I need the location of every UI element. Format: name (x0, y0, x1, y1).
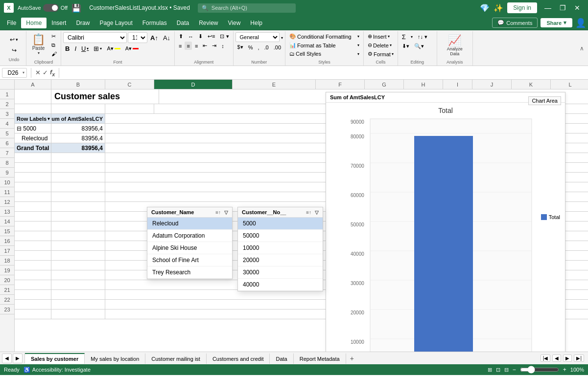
paste-button[interactable]: 📋 Paste ▾ (28, 32, 48, 57)
cell-B22[interactable] (51, 300, 105, 310)
menu-pagelayout[interactable]: Page Layout (94, 18, 137, 28)
dropdown-item-5000[interactable]: 5000 (238, 218, 323, 230)
wrap-text-button[interactable]: ↩≡ (206, 32, 217, 41)
cell-B4[interactable]: 83956,4 (51, 124, 105, 133)
cell-A22[interactable] (15, 300, 51, 310)
row-num-8[interactable]: 8 (0, 158, 14, 168)
menu-draw[interactable]: Draw (71, 18, 94, 28)
cell-A13[interactable] (15, 212, 51, 221)
align-left-button[interactable]: ≡ (177, 42, 184, 50)
align-center-button[interactable]: ≡ (185, 42, 191, 50)
view-layout-icon[interactable]: ⊡ (496, 367, 500, 373)
menu-insert[interactable]: Insert (47, 18, 71, 28)
format-as-table-button[interactable]: 📊 Format as Table ▾ (287, 41, 361, 49)
col-header-D[interactable]: D (154, 80, 233, 89)
bar-relecloud[interactable] (414, 136, 473, 352)
cell-A23[interactable] (15, 310, 51, 319)
cell-A18[interactable] (15, 261, 51, 270)
row-num-15[interactable]: 15 (0, 226, 14, 236)
decrease-decimal-button[interactable]: .0 (262, 44, 271, 51)
row-labels-filter-icon[interactable]: ▾ (47, 116, 50, 121)
increase-font-button[interactable]: A↑ (148, 33, 160, 43)
cell-A1[interactable] (15, 89, 51, 104)
tab-report-metadata[interactable]: Report Metadata (294, 353, 346, 364)
magic-icon[interactable]: ✨ (494, 3, 503, 13)
align-bottom-button[interactable]: ⬇ (196, 32, 205, 41)
save-icon[interactable]: 💾 (71, 3, 81, 13)
cell-B10[interactable] (51, 182, 105, 192)
cell-C2[interactable] (105, 104, 154, 114)
number-format-select[interactable]: General (235, 32, 280, 42)
col-header-J[interactable]: J (472, 80, 512, 89)
analyze-data-button[interactable]: 📈 Analyze Data (439, 33, 470, 58)
indent-decrease-button[interactable]: ⇤ (201, 42, 209, 50)
row-num-12[interactable]: 12 (0, 197, 14, 207)
cell-B8[interactable] (51, 163, 105, 173)
cell-B15[interactable] (51, 231, 105, 241)
formula-input[interactable] (63, 68, 586, 77)
row-num-3[interactable]: 3 (0, 109, 14, 119)
zoom-out-icon[interactable]: − (513, 366, 516, 373)
text-direction-button[interactable]: ↕ (219, 42, 226, 50)
increase-decimal-button[interactable]: .00 (272, 44, 283, 51)
col-header-H[interactable]: H (404, 80, 443, 89)
copy-button[interactable]: ⧉ (49, 41, 59, 49)
diamond-icon[interactable]: 💎 (480, 3, 490, 13)
percent-button[interactable]: % (246, 44, 255, 51)
insert-function-icon[interactable]: fx (50, 68, 55, 77)
close-button[interactable]: ✕ (570, 1, 584, 15)
cell-A3-header[interactable]: Row Labels ▾ (15, 114, 51, 124)
row-num-13[interactable]: 13 (0, 207, 14, 217)
row-num-2[interactable]: 2 (0, 99, 14, 109)
row-num-18[interactable]: 18 (0, 256, 14, 265)
search-box[interactable]: 🔍 Search (Alt+Q) (198, 3, 296, 13)
cancel-formula-icon[interactable]: ✕ (35, 69, 41, 76)
cell-B12[interactable] (51, 202, 105, 212)
decrease-font-button[interactable]: A↓ (161, 33, 172, 43)
delete-cells-button[interactable]: ⊖ Delete ▾ (366, 41, 394, 49)
tab-customer-mailing[interactable]: Customer mailing ist (145, 353, 207, 364)
tab-scroll-right[interactable]: ▶ (13, 354, 23, 363)
find-replace-button[interactable]: 🔍▾ (412, 42, 426, 50)
col-header-B[interactable]: B (51, 80, 105, 89)
cell-A10[interactable] (15, 182, 51, 192)
cell-B18[interactable] (51, 261, 105, 270)
italic-button[interactable]: I (72, 44, 78, 53)
comma-button[interactable]: , (256, 44, 261, 51)
dropdown-item-trey[interactable]: Trey Research (147, 266, 232, 279)
dropdown-item-alpine[interactable]: Alpine Ski House (147, 242, 232, 254)
zoom-in-icon[interactable]: + (563, 366, 566, 373)
cell-A9[interactable] (15, 173, 51, 182)
tab-scroll-far-right[interactable]: ▶| (574, 354, 584, 362)
tab-sales-by-customer[interactable]: Sales by customer (25, 353, 85, 364)
row-num-10[interactable]: 10 (0, 177, 14, 187)
bold-button[interactable]: B (63, 44, 71, 53)
add-sheet-button[interactable]: + (346, 353, 358, 364)
cell-B11[interactable] (51, 192, 105, 202)
col-header-G[interactable]: G (365, 80, 404, 89)
cell-B20[interactable] (51, 280, 105, 290)
menu-help[interactable]: Help (245, 18, 267, 28)
cell-A19[interactable] (15, 270, 51, 280)
cell-B14[interactable] (51, 221, 105, 231)
tab-customers-credit[interactable]: Customers and credit (207, 353, 270, 364)
row-num-16[interactable]: 16 (0, 236, 14, 246)
underline-button[interactable]: U ▾ (79, 44, 91, 53)
font-color-button[interactable]: A▾ (123, 44, 141, 53)
format-cells-button[interactable]: ⚙ Format ▾ (366, 50, 396, 58)
redo-button[interactable]: ↪ (9, 45, 19, 55)
cell-A5[interactable]: Relecloud (15, 133, 51, 143)
row-num-17[interactable]: 17 (0, 246, 14, 256)
undo-button[interactable]: ↩ ▾ (7, 35, 21, 44)
share-button[interactable]: Share ▾ (541, 18, 572, 27)
col-header-K[interactable]: K (512, 80, 551, 89)
cell-B13[interactable] (51, 212, 105, 221)
col-header-A[interactable]: A (15, 80, 51, 89)
cell-B16[interactable] (51, 241, 105, 251)
autosave-toggle[interactable] (43, 4, 59, 12)
cell-B23[interactable] (51, 310, 105, 319)
menu-home[interactable]: Home (21, 18, 47, 28)
conditional-formatting-button[interactable]: 🎨 Conditional Formatting ▾ (287, 32, 361, 41)
col-header-L[interactable]: L (551, 80, 588, 89)
dropdown-item-school[interactable]: School of Fine Art (147, 254, 232, 266)
